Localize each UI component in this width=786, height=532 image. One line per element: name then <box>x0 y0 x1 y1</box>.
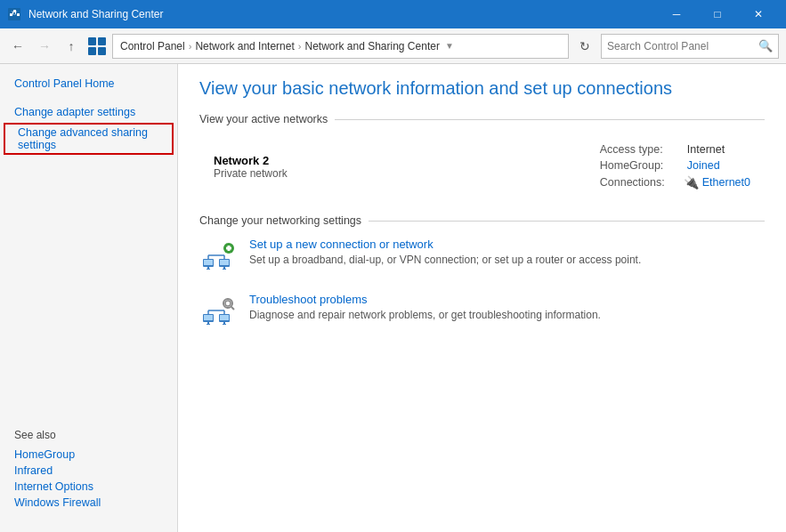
sidebar-see-also: See also HomeGroup Infrared Internet Opt… <box>0 418 177 521</box>
ethernet-icon: 🔌 <box>684 175 699 189</box>
addressbar: ← → ↑ Control Panel › Network and Intern… <box>0 28 786 64</box>
homegroup-row: HomeGroup: Joined <box>600 159 750 172</box>
settings-text-2: Troubleshoot problems Diagnose and repai… <box>249 293 601 321</box>
svg-rect-25 <box>226 247 231 250</box>
settings-desc-2: Diagnose and repair network problems, or… <box>249 309 601 321</box>
svg-rect-32 <box>220 315 229 321</box>
up-button[interactable]: ↑ <box>61 36 82 57</box>
breadcrumb-sep-2: › <box>298 41 302 52</box>
svg-rect-3 <box>17 13 20 16</box>
network-name: Network 2 <box>214 154 288 167</box>
search-input[interactable] <box>607 40 755 52</box>
search-bar: 🔍 <box>601 34 779 59</box>
access-type-value: Internet <box>687 143 725 156</box>
breadcrumb-bar[interactable]: Control Panel › Network and Internet › N… <box>112 34 569 59</box>
sidebar-windows-firewall-link[interactable]: Windows Firewall <box>14 495 163 511</box>
settings-title-1[interactable]: Set up a new connection or network <box>249 238 641 251</box>
svg-rect-13 <box>207 267 209 269</box>
nav-icon <box>87 36 107 56</box>
settings-desc-1: Set up a broadband, dial-up, or VPN conn… <box>249 254 641 266</box>
svg-rect-11 <box>204 260 213 266</box>
svg-rect-8 <box>88 47 96 55</box>
svg-rect-29 <box>207 322 209 324</box>
forward-button[interactable]: → <box>34 36 55 57</box>
svg-line-41 <box>231 307 234 310</box>
page-title: View your basic network information and … <box>199 78 765 99</box>
networking-settings-header: Change your networking settings <box>199 214 765 227</box>
svg-rect-28 <box>204 320 213 321</box>
settings-item-2: Troubleshoot problems Diagnose and repai… <box>199 293 765 330</box>
settings-icon-box-1 <box>199 238 237 275</box>
see-also-title: See also <box>14 429 163 441</box>
access-type-label: Access type: <box>600 143 680 156</box>
connections-value[interactable]: Ethernet0 <box>702 176 750 189</box>
svg-rect-9 <box>98 47 106 55</box>
svg-rect-34 <box>223 322 225 324</box>
breadcrumb-dropdown-icon[interactable]: ▼ <box>445 41 454 51</box>
sidebar-infrared-link[interactable]: Infrared <box>14 463 163 479</box>
svg-rect-7 <box>98 37 106 45</box>
access-type-row: Access type: Internet <box>600 143 750 156</box>
sidebar: Control Panel Home Change adapter settin… <box>0 64 178 532</box>
breadcrumb-control-panel[interactable]: Control Panel <box>120 40 185 52</box>
svg-rect-35 <box>223 324 226 325</box>
svg-rect-14 <box>207 269 210 270</box>
titlebar: Network and Sharing Center ─ □ ✕ <box>0 0 786 28</box>
app-icon <box>7 7 21 21</box>
svg-rect-12 <box>204 265 213 266</box>
homegroup-value[interactable]: Joined <box>687 159 720 172</box>
refresh-button[interactable]: ↻ <box>574 36 596 57</box>
sidebar-change-adapter[interactable]: Change adapter settings <box>0 103 177 121</box>
svg-rect-18 <box>223 267 225 269</box>
svg-rect-6 <box>88 37 96 45</box>
titlebar-controls: ─ □ ✕ <box>656 0 779 28</box>
sidebar-internet-options-link[interactable]: Internet Options <box>14 479 163 495</box>
back-button[interactable]: ← <box>7 36 28 57</box>
network-info-right: Access type: Internet HomeGroup: Joined … <box>600 143 750 189</box>
sidebar-homegroup-link[interactable]: HomeGroup <box>14 447 163 463</box>
minimize-button[interactable]: ─ <box>656 0 697 28</box>
maximize-button[interactable]: □ <box>697 0 738 28</box>
svg-rect-17 <box>220 265 229 266</box>
settings-text-1: Set up a new connection or network Set u… <box>249 238 641 266</box>
breadcrumb-network-internet[interactable]: Network and Internet <box>195 40 294 52</box>
svg-rect-19 <box>223 269 226 270</box>
close-button[interactable]: ✕ <box>738 0 779 28</box>
connections-label: Connections: <box>600 176 680 189</box>
settings-item-1: Set up a new connection or network Set u… <box>199 238 765 275</box>
titlebar-left: Network and Sharing Center <box>7 7 163 21</box>
window-title: Network and Sharing Center <box>28 8 163 20</box>
main-layout: Control Panel Home Change adapter settin… <box>0 64 786 532</box>
svg-point-40 <box>225 301 231 306</box>
svg-rect-27 <box>204 315 213 321</box>
svg-rect-30 <box>207 324 210 325</box>
new-connection-icon <box>201 239 235 273</box>
homegroup-label: HomeGroup: <box>600 159 680 172</box>
network-info-left: Network 2 Private network <box>214 154 288 180</box>
settings-title-2[interactable]: Troubleshoot problems <box>249 293 601 306</box>
sidebar-control-panel-home[interactable]: Control Panel Home <box>0 75 177 93</box>
troubleshoot-icon <box>201 294 235 328</box>
network-type: Private network <box>214 167 288 180</box>
svg-rect-16 <box>220 260 229 266</box>
svg-rect-1 <box>10 13 12 16</box>
main-content: View your basic network information and … <box>178 64 786 532</box>
search-icon: 🔍 <box>758 39 773 52</box>
settings-icon-box-2 <box>199 293 237 330</box>
sidebar-change-advanced-sharing[interactable]: Change advanced sharing settings <box>4 123 174 155</box>
breadcrumb-current: Network and Sharing Center <box>304 40 439 52</box>
breadcrumb-sep-1: › <box>189 41 192 52</box>
svg-rect-33 <box>220 320 229 321</box>
network-box: Network 2 Private network Access type: I… <box>199 136 765 197</box>
connections-row: Connections: 🔌 Ethernet0 <box>600 175 750 189</box>
active-networks-header: View your active networks <box>199 113 765 125</box>
